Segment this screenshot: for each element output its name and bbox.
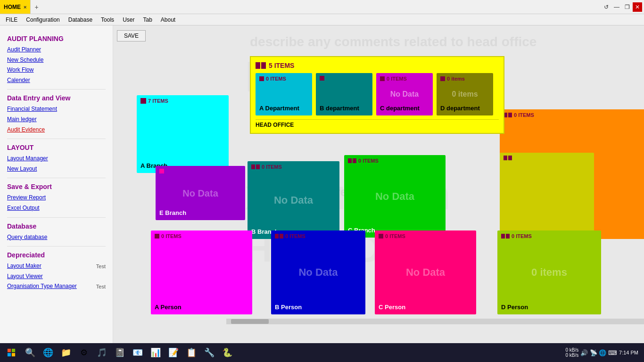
sidebar-item-work-flow[interactable]: Work Flow: [7, 65, 106, 75]
sidebar-item-audit-evidence[interactable]: Audit Evidence: [7, 125, 106, 135]
sidebar-item-layout-maker[interactable]: Layout Maker: [7, 261, 41, 272]
taskbar-powerpoint[interactable]: 📊: [147, 344, 164, 361]
taskbar-icon2[interactable]: 📓: [111, 344, 128, 361]
taskbar-python[interactable]: 🐍: [219, 344, 236, 361]
sidebar-item-financial-statement[interactable]: Financial Statement: [7, 104, 106, 115]
card-c-branch-count: 0 ITEMS: [358, 158, 379, 164]
taskbar-outlook[interactable]: 📧: [129, 344, 146, 361]
content-area: describe any comments related to head of…: [113, 25, 644, 343]
card-a-dept[interactable]: 0 ITEMS A Department: [256, 73, 312, 115]
card-d-dept-nodata: 0 items: [452, 90, 478, 99]
card-a-person[interactable]: 0 ITEMS A Person: [151, 230, 252, 314]
sidebar-item-calender[interactable]: Calender: [7, 75, 106, 86]
card-b-branch-nodata: No Data: [274, 194, 313, 206]
taskbar-edge[interactable]: 🌐: [40, 344, 57, 361]
card-c-person[interactable]: 0 ITEMS No Data C Person: [375, 230, 476, 314]
menu-configuration[interactable]: Configuration: [22, 16, 63, 24]
card-a-person-label: A Person: [155, 304, 182, 311]
tab-home[interactable]: HOME ×: [0, 0, 31, 14]
taskbar: 🔍 🌐 📁 ⚙ 🎵 📓 📧 📊 📝 📋 🔧 🐍 0 kB/s0 kB/s 🔊 📡…: [0, 343, 644, 362]
card-d-person[interactable]: 0 ITEMS 0 items D Person: [497, 230, 601, 314]
layout-maker-badge: Test: [96, 263, 106, 269]
sidebar-item-new-schedule[interactable]: New Schedule: [7, 55, 106, 66]
start-button[interactable]: [2, 344, 21, 361]
card-a-dept-count: 0 ITEMS: [266, 76, 286, 82]
card-untitled[interactable]: UNTITLED: [500, 153, 594, 240]
card-b-person[interactable]: 0 ITEMS No Data B Person: [271, 230, 365, 314]
card-icon: [140, 98, 146, 104]
sidebar-item-main-ledger[interactable]: Main ledger: [7, 115, 106, 125]
card-c-person-nodata: No Data: [406, 266, 445, 279]
menu-about[interactable]: About: [157, 16, 179, 24]
taskbar-sys-icons: 🔊 📡 🌐 ⌨: [580, 349, 617, 356]
head-office-header: 5 ITEMS: [256, 62, 499, 69]
card-a-person-header: 0 ITEMS: [155, 233, 248, 239]
card-d-dept[interactable]: 0 items 0 items D department: [437, 73, 493, 115]
card-b-dept[interactable]: B department: [316, 73, 372, 115]
taskbar-word[interactable]: 📝: [165, 344, 182, 361]
card-a-dept-header: 0 ITEMS: [259, 76, 308, 82]
sidebar-item-layout-manager[interactable]: Layout Manager: [7, 154, 106, 164]
sidebar-item-new-layout[interactable]: New Layout: [7, 164, 106, 174]
card-c-branch[interactable]: 0 ITEMS No Data C Branch: [344, 155, 446, 238]
sidebar-item-audit-planner[interactable]: Audit Planner: [7, 45, 106, 55]
workflow-area: 7 ITEMS A Branch 5 ITEMS: [113, 25, 644, 343]
menu-tools[interactable]: Tools: [97, 16, 118, 24]
card-c-branch-header: 0 ITEMS: [348, 158, 442, 164]
card-a-branch-count: 7 ITEMS: [148, 98, 168, 104]
card-a-branch[interactable]: 7 ITEMS A Branch: [137, 95, 229, 173]
card-d-dept-header: 0 items: [440, 76, 489, 82]
save-button[interactable]: SAVE: [117, 30, 146, 41]
sidebar-item-preview-report[interactable]: Preview Report: [7, 193, 106, 203]
head-office-label: HEAD OFFICE: [256, 119, 499, 128]
sidebar-item-query-database[interactable]: Query database: [7, 232, 106, 243]
menu-tab[interactable]: Tab: [139, 16, 156, 24]
card-c-dept-label: C department: [380, 105, 420, 112]
sidebar-section-database: Database: [7, 222, 106, 230]
card-c-person-count: 0 ITEMS: [385, 233, 405, 239]
taskbar-excel[interactable]: 📋: [183, 344, 200, 361]
card-b-branch[interactable]: 0 ITEMS No Data B Branch: [248, 161, 339, 239]
sidebar-section-data-entry: Data Entry and View: [7, 94, 106, 102]
card-e-branch-header: [159, 169, 241, 173]
refresh-button[interactable]: ↺: [602, 2, 611, 12]
card-b-dept-label: B department: [320, 105, 359, 112]
card-c-dept[interactable]: 0 ITEMS No Data C department: [376, 73, 433, 115]
menu-file[interactable]: FILE: [2, 16, 21, 24]
card-d-person-header: 0 ITEMS: [501, 233, 597, 239]
card-d-person-label: D Person: [501, 304, 528, 311]
svg-rect-3: [12, 353, 15, 356]
card-untitled-header: [504, 156, 590, 160]
tab-home-label: HOME: [4, 4, 21, 10]
card-a-dept-label: A Department: [259, 105, 299, 112]
card-b-dept-header: [320, 76, 369, 81]
taskbar-network-label: 0 kB/s0 kB/s: [565, 347, 578, 358]
taskbar-vscode[interactable]: 🔧: [201, 344, 218, 361]
taskbar-explorer[interactable]: 📁: [58, 344, 74, 361]
taskbar-search[interactable]: 🔍: [22, 344, 39, 361]
card-e-branch[interactable]: No Data E Branch: [156, 166, 245, 220]
sidebar-item-excel-output[interactable]: Excel Output: [7, 203, 106, 214]
card-c-person-label: C Person: [379, 304, 405, 311]
sidebar-item-organisation-type-manager[interactable]: Organisation Type Manager: [7, 281, 77, 292]
sidebar-section-layout: LAYOUT: [7, 144, 106, 151]
head-office-count: 5 ITEMS: [269, 62, 294, 69]
card-b-branch-count: 0 ITEMS: [262, 164, 282, 170]
card-d-dept-count: 0 items: [447, 76, 465, 82]
taskbar-icon1[interactable]: 🎵: [93, 344, 110, 361]
sidebar-item-layout-viewer[interactable]: Layout Viewer: [7, 272, 106, 282]
taskbar-settings[interactable]: ⚙: [75, 344, 92, 361]
card-d-dept-label: D department: [440, 105, 480, 112]
tab-close-button[interactable]: ×: [24, 4, 26, 10]
menu-database[interactable]: Database: [65, 16, 96, 24]
minimize-button[interactable]: —: [612, 2, 621, 12]
head-office-icon: [256, 62, 266, 69]
card-b-person-label: B Person: [275, 304, 302, 311]
add-tab-button[interactable]: +: [31, 3, 42, 11]
card-a-branch-header: 7 ITEMS: [140, 98, 225, 104]
restore-button[interactable]: ❐: [622, 2, 632, 12]
close-button[interactable]: ✕: [633, 2, 642, 12]
card-c-person-header: 0 ITEMS: [379, 233, 472, 239]
menu-user[interactable]: User: [119, 16, 138, 24]
card-b-person-header: 0 ITEMS: [275, 233, 362, 239]
